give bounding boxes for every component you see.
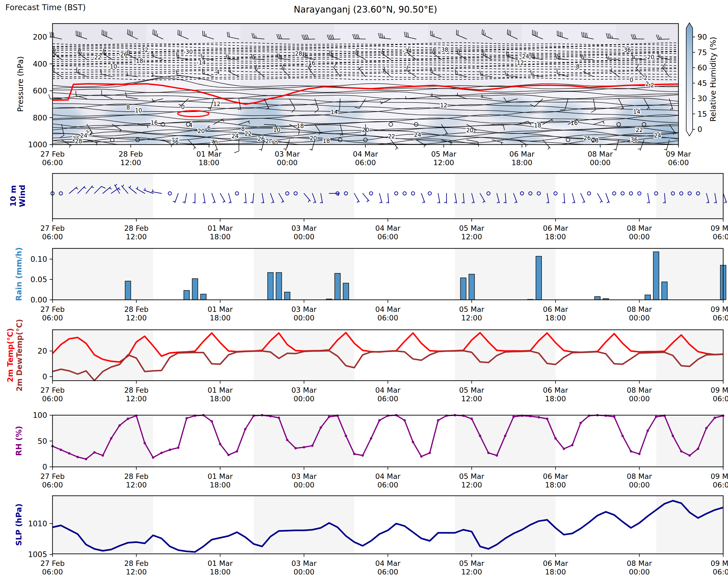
chart-text: 27 Feb: [41, 472, 65, 480]
chart-text: -24: [520, 53, 529, 60]
chart-text: 0.05: [30, 275, 47, 284]
chart-text: 00:00: [629, 481, 650, 489]
rain-panel: 27 Feb06:0028 Feb12:0001 Mar18:0003 Mar0…: [30, 248, 728, 322]
chart-text: 01 Mar: [208, 559, 233, 568]
chart-text: 50: [37, 437, 47, 446]
chart-text: 09 Mar: [666, 150, 691, 158]
temp-panel: 27 Feb06:0028 Feb12:0001 Mar18:0003 Mar0…: [37, 330, 728, 403]
chart-text: 08 Mar: [627, 472, 652, 480]
colorbar: 0153045607590: [686, 23, 707, 136]
chart-text: 05 Mar: [459, 559, 485, 568]
chart-text: 08 Mar: [627, 559, 652, 568]
chart-text: -38: [439, 47, 448, 53]
chart-text: 36: [630, 137, 638, 143]
chart-text: 08 Mar: [627, 224, 652, 232]
chart-text: 06:00: [378, 394, 398, 403]
chart-text: 12:00: [126, 568, 147, 576]
chart-text: 30: [698, 94, 707, 103]
chart-text: 28 Feb: [124, 305, 149, 313]
chart-text: 0.10: [30, 255, 47, 264]
chart-text: -4: [214, 69, 219, 76]
chart-text: 60: [698, 63, 707, 72]
chart-text: 00:00: [293, 314, 314, 322]
chart-text: 05 Mar: [459, 224, 485, 232]
chart-text: 800: [33, 113, 47, 122]
chart-text: 20: [466, 127, 473, 134]
chart-text: 27 Feb: [41, 386, 65, 394]
chart-text: 12:00: [120, 159, 141, 167]
rain-bars: [125, 252, 726, 300]
chart-text: 08 Mar: [627, 386, 652, 394]
chart-text: 16: [151, 120, 158, 126]
chart-text: 00:00: [293, 394, 314, 403]
chart-text: 12:00: [126, 394, 147, 403]
chart-text: 12:00: [461, 232, 482, 241]
chart-text: 2: [651, 82, 654, 89]
chart-text: 08 Mar: [627, 305, 652, 313]
chart-text: 04 Mar: [375, 224, 401, 232]
chart-text: -34: [402, 48, 412, 54]
chart-text: 14: [331, 109, 338, 115]
chart-text: 45: [698, 79, 707, 88]
chart-text: 10: [273, 127, 281, 133]
chart-text: 06:00: [42, 232, 63, 241]
chart-text: 12: [440, 102, 447, 109]
chart-text: 06 Mar: [543, 386, 568, 394]
chart-text: 18:00: [199, 159, 219, 167]
chart-text: 20: [37, 347, 47, 356]
chart-text: 20: [198, 128, 205, 134]
chart-text: 8: [126, 104, 130, 111]
rh-panel: 27 Feb06:0028 Feb12:0001 Mar18:0003 Mar0…: [33, 411, 728, 489]
chart-text: 12:00: [461, 394, 482, 403]
chart-text: 03 Mar: [291, 472, 317, 480]
chart-text: 06:00: [713, 394, 728, 403]
meteogram-page: { "header": { "corner_label": "Forecast …: [0, 0, 728, 579]
chart-text: 28 Feb: [124, 224, 149, 232]
chart-text: 12:00: [461, 314, 482, 322]
chart-text: 18:00: [545, 394, 566, 403]
chart-text: 22: [244, 131, 252, 137]
chart-text: 22: [636, 127, 643, 133]
chart-text: 1000: [28, 140, 47, 149]
chart-text: 0: [698, 125, 702, 134]
chart-text: 01 Mar: [196, 150, 222, 158]
chart-text: 12:00: [126, 232, 147, 241]
chart-text: 05 Mar: [431, 150, 457, 158]
chart-text: -26: [119, 51, 128, 58]
chart-text: 18: [534, 122, 541, 129]
chart-text: 28 Feb: [124, 559, 149, 568]
chart-text: 28 Feb: [124, 472, 149, 480]
chart-text: 01 Mar: [208, 224, 233, 232]
chart-text: 90: [698, 33, 707, 42]
chart-text: 04 Mar: [353, 150, 379, 158]
chart-text: 30: [270, 140, 278, 146]
chart-text: 06:00: [355, 159, 376, 167]
chart-text: -8: [574, 63, 580, 70]
chart-text: 26: [583, 135, 591, 141]
chart-text: 12:00: [433, 159, 454, 167]
chart-text: 06:00: [42, 159, 63, 167]
chart-text: 12: [213, 101, 220, 107]
chart-text: -12: [515, 60, 524, 66]
chart-text: 06 Mar: [543, 305, 568, 313]
chart-text: 22: [388, 133, 395, 140]
chart-text: 04 Mar: [375, 386, 401, 394]
chart-text: 18:00: [545, 481, 566, 489]
chart-text: -30: [183, 49, 192, 55]
wind10m-panel: 27 Feb06:0028 Feb12:0001 Mar18:0003 Mar0…: [41, 173, 728, 241]
chart-text: 18:00: [210, 481, 231, 489]
chart-text: 600: [33, 86, 47, 95]
chart-text: 10: [135, 107, 142, 114]
chart-text: 00:00: [629, 568, 650, 576]
chart-text: 20: [310, 135, 317, 142]
chart-text: -14: [197, 59, 206, 66]
chart-text: -28: [293, 51, 302, 57]
chart-text: 06 Mar: [543, 559, 568, 568]
chart-text: 0: [630, 77, 633, 83]
chart-text: 28 Feb: [119, 150, 143, 158]
chart-text: 00:00: [293, 568, 314, 576]
chart-text: 18: [323, 138, 330, 144]
chart-text: 18:00: [210, 232, 231, 241]
chart-text: 04 Mar: [375, 559, 401, 568]
chart-text: 8: [241, 126, 244, 132]
